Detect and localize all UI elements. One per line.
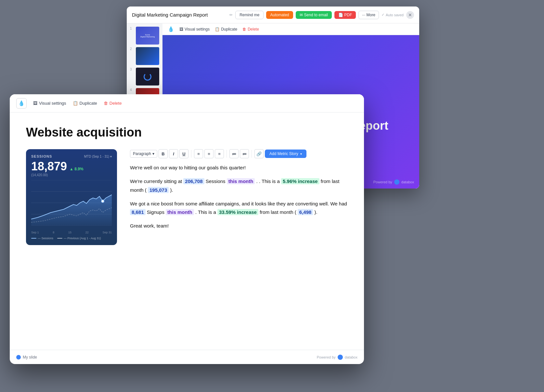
chart-card: SESSIONS MTD (Sep 1 - 31) ▾ 18,879 ▲ 8.9…: [26, 149, 117, 245]
footer-my-slide: My slide: [16, 355, 37, 359]
duplicate-icon-bg: 📋: [215, 27, 220, 32]
send-email-button[interactable]: ✉ Send to email: [296, 11, 332, 19]
story-line-2: We're currently sitting at 206,708 Sessi…: [130, 177, 348, 194]
chart-date-range: MTD (Sep 1 - 31) ▾: [84, 155, 112, 158]
drop-icon-main[interactable]: 💧: [16, 98, 27, 109]
slide-1-text: AcmeDigital Marketing: [139, 33, 156, 39]
close-button[interactable]: ✕: [406, 11, 414, 19]
content-area: SESSIONS MTD (Sep 1 - 31) ▾ 18,879 ▲ 8.9…: [26, 149, 348, 245]
chevron-down-icon[interactable]: ▾: [110, 155, 112, 158]
auto-saved-status: ✓ Auto saved: [382, 13, 404, 17]
chart-prev-value: (14,420.00): [31, 173, 112, 177]
slide-number-1: 1: [130, 27, 134, 30]
main-content: Website acquisition SESSIONS MTD (Sep 1 …: [10, 112, 364, 350]
increase-pct-2-highlight: 33.59% increase: [217, 209, 258, 215]
format-divider-1: [191, 150, 191, 158]
edit-title-icon[interactable]: ✏: [229, 13, 233, 17]
slide-preview-3[interactable]: [136, 68, 159, 85]
duplicate-icon-main: 📋: [73, 101, 78, 106]
chart-legend: — Sessions — Previous (Aug 1 - Aug 31): [31, 237, 112, 240]
slide-preview-1[interactable]: AcmeDigital Marketing: [136, 27, 159, 45]
signups-value-highlight: 8,681: [130, 209, 146, 215]
chart-x-labels: Sep 1 8 15 22 Sep 31: [31, 231, 112, 234]
visual-settings-icon-bg: 🖼: [179, 27, 183, 32]
delete-icon-bg: 🗑: [242, 27, 246, 32]
delete-button-main[interactable]: 🗑 Delete: [104, 101, 122, 106]
slide-toolbar-bg: 💧 🖼 Visual settings 📋 Duplicate 🗑 Delete: [162, 23, 419, 35]
align-center-button[interactable]: ≡: [204, 149, 214, 158]
add-metric-story-button[interactable]: Add Metric Story ▾: [265, 150, 306, 158]
story-line-3: We got a nice boost from some affiliate …: [130, 200, 348, 217]
duplicate-button-main[interactable]: 📋 Duplicate: [73, 101, 97, 106]
prev-signups-highlight: 6,498: [298, 209, 313, 215]
delete-icon-main: 🗑: [104, 101, 108, 106]
pdf-button[interactable]: 📄 PDF: [334, 11, 356, 19]
slide-thumb-1[interactable]: 1 AcmeDigital Marketing: [130, 27, 159, 45]
slide-number-3: 3: [130, 68, 134, 71]
underline-button[interactable]: U: [179, 149, 188, 158]
this-month-1-highlight: this month: [227, 178, 255, 184]
slide-number-2: 2: [130, 47, 134, 51]
numbered-list-button[interactable]: ≔: [240, 149, 249, 158]
story-text: We're well on our way to hitting our goa…: [130, 163, 348, 230]
story-closing: Great work, team!: [130, 222, 348, 230]
main-footer: My slide Powered by databox: [10, 350, 364, 364]
page-title: Website acquisition: [26, 125, 348, 139]
duplicate-button-bg[interactable]: 📋 Duplicate: [215, 27, 237, 32]
slide-number-4: 4: [130, 88, 134, 92]
text-area: Paragraph ▾ B I U ≡ ≡ ≡ ≔ ≔ 🔗: [130, 149, 348, 236]
svg-point-6: [101, 200, 104, 203]
increase-pct-1-highlight: 5.96% increase: [281, 178, 319, 184]
remind-me-button[interactable]: Remind me: [235, 11, 264, 19]
footer-powered-by: Powered by databox: [317, 355, 357, 360]
bold-button[interactable]: B: [159, 149, 168, 158]
report-titlebar: Digital Marketing Campaign Report ✏ Remi…: [127, 7, 419, 23]
story-line-1: We're well on our way to hitting our goa…: [130, 163, 348, 172]
send-icon: ✉: [300, 13, 303, 17]
legend-sessions-line: [31, 238, 36, 239]
chevron-down-icon-format: ▾: [152, 151, 154, 156]
slide-thumb-2[interactable]: 2: [130, 47, 159, 65]
main-toolbar: 💧 🖼 Visual settings 📋 Duplicate 🗑 Delete: [10, 94, 364, 112]
italic-button[interactable]: I: [169, 149, 178, 158]
powered-by-bg: Powered by databox: [373, 179, 414, 185]
visual-settings-button-main[interactable]: 🖼 Visual settings: [33, 101, 66, 106]
visual-settings-button-bg[interactable]: 🖼 Visual settings: [179, 27, 210, 32]
slide-thumb-3[interactable]: 3: [130, 68, 159, 85]
my-slide-icon: [16, 355, 21, 359]
main-window: 💧 🖼 Visual settings 📋 Duplicate 🗑 Delete…: [10, 94, 364, 364]
prev-sessions-highlight: 195,073: [148, 187, 169, 193]
databox-logo-bg: [394, 179, 399, 185]
this-month-2-highlight: this month: [166, 209, 194, 215]
format-divider-2: [227, 150, 227, 158]
paragraph-select[interactable]: Paragraph ▾: [130, 150, 157, 158]
slide-3-chart: [144, 73, 151, 81]
sessions-value-highlight: 206,708: [183, 178, 204, 184]
databox-logo-footer: [338, 355, 343, 360]
add-metric-chevron-icon: ▾: [300, 152, 302, 156]
bullet-list-button[interactable]: ≔: [229, 149, 239, 158]
automated-button[interactable]: Automated: [266, 11, 293, 19]
link-button[interactable]: 🔗: [254, 149, 264, 158]
align-right-button[interactable]: ≡: [215, 149, 224, 158]
check-icon: ✓: [382, 13, 384, 17]
pdf-icon: 📄: [338, 13, 343, 17]
report-title: Digital Marketing Campaign Report: [132, 12, 227, 18]
visual-settings-icon-main: 🖼: [33, 101, 37, 106]
chart-big-number: 18,879 ▲ 8.9%: [31, 160, 112, 173]
chart-metric-label: SESSIONS: [31, 154, 52, 158]
legend-sessions: — Sessions: [31, 237, 53, 240]
more-button[interactable]: ··· More: [358, 11, 379, 19]
align-left-button[interactable]: ≡: [194, 149, 203, 158]
slide-preview-2[interactable]: [136, 47, 159, 65]
format-divider-3: [252, 150, 252, 158]
chart-header: SESSIONS MTD (Sep 1 - 31) ▾: [31, 154, 112, 158]
chart-svg: [31, 180, 112, 226]
format-toolbar: Paragraph ▾ B I U ≡ ≡ ≡ ≔ ≔ 🔗: [130, 149, 348, 158]
legend-prev: — Previous (Aug 1 - Aug 31): [57, 237, 101, 240]
delete-button-bg[interactable]: 🗑 Delete: [242, 27, 259, 32]
legend-prev-line: [57, 238, 62, 239]
drop-icon-bg[interactable]: 💧: [168, 26, 174, 32]
chart-change: ▲ 8.9%: [70, 167, 84, 171]
